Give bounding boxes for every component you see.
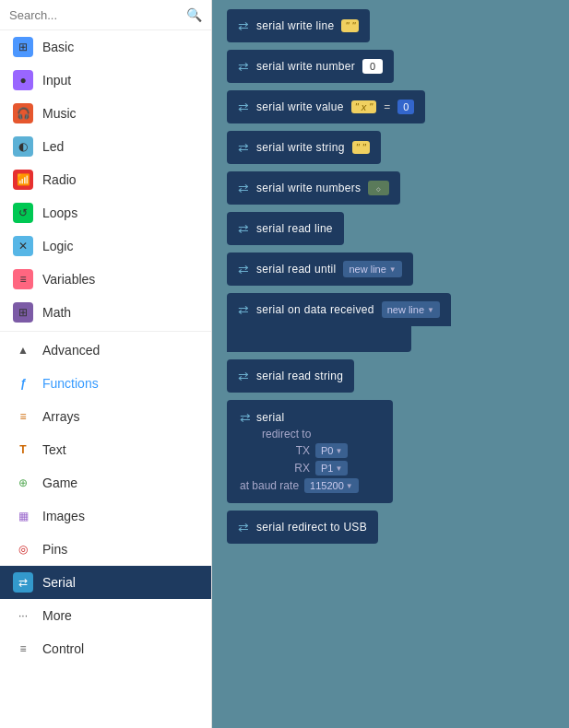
block-serial-write-value[interactable]: ⇄ serial write value " x " = 0	[227, 90, 425, 123]
main-content: ⇄ serial write line " " ⇄ serial write n…	[212, 0, 569, 728]
block-serial-write-number[interactable]: ⇄ serial write number 0	[227, 50, 394, 83]
block-on-data-body	[227, 326, 411, 352]
block-serial-write-numbers[interactable]: ⇄ serial write numbers ⬦	[227, 171, 400, 205]
sidebar-item-loops[interactable]: ↺ Loops	[0, 196, 211, 229]
search-bar: 🔍	[0, 0, 211, 30]
sidebar-label-music: Music	[42, 106, 77, 121]
serial-read-until-text: serial read until	[256, 263, 336, 276]
sidebar-label-radio: Radio	[42, 172, 77, 187]
sidebar-label-input: Input	[42, 73, 71, 88]
block-serial-write-line[interactable]: ⇄ serial write line " "	[227, 9, 370, 42]
loops-icon: ↺	[13, 203, 33, 223]
write-string-slot: " "	[352, 141, 370, 154]
more-icon: ···	[13, 605, 33, 626]
sidebar-label-game: Game	[42, 476, 77, 490]
images-icon: ▦	[13, 506, 33, 526]
search-icon: 🔍	[186, 7, 202, 22]
serial-write-string-text: serial write string	[256, 141, 345, 154]
sidebar-label-more: More	[42, 608, 72, 623]
serial-read-line-text: serial read line	[256, 222, 333, 235]
sidebar-label-images: Images	[42, 509, 85, 523]
serial-redirect-icon: ⇄	[240, 410, 251, 425]
serial-tx-row: TX P0	[240, 443, 380, 458]
serial-read-until-dropdown[interactable]: new line	[343, 261, 401, 277]
baud-label: at baud rate	[240, 479, 299, 492]
sidebar-item-advanced[interactable]: ▲ Advanced	[0, 334, 211, 367]
sidebar-item-music[interactable]: 🎧 Music	[0, 97, 211, 130]
serial-on-data-icon: ⇄	[238, 302, 249, 317]
block-serial-on-data[interactable]: ⇄ serial on data received new line	[227, 293, 451, 326]
write-value-equals: =	[384, 100, 390, 113]
sidebar-item-variables[interactable]: ≡ Variables	[0, 263, 211, 296]
radio-icon: 📶	[13, 170, 33, 190]
search-input[interactable]	[9, 8, 186, 22]
block-serial-read-until[interactable]: ⇄ serial read until new line	[227, 252, 413, 286]
block-serial-redirect[interactable]: ⇄ serial redirect to TX P0 RX P1 at baud…	[227, 400, 393, 503]
serial-write-numbers-icon: ⇄	[238, 181, 249, 195]
serial-redirect-to-row: redirect to	[240, 428, 380, 440]
variables-icon: ≡	[13, 269, 33, 289]
sidebar-label-control: Control	[42, 641, 84, 656]
block-serial-write-string[interactable]: ⇄ serial write string " "	[227, 131, 381, 164]
baud-dropdown[interactable]: 115200	[304, 478, 359, 493]
serial-write-string-icon: ⇄	[238, 140, 249, 155]
rx-dropdown[interactable]: P1	[315, 461, 348, 476]
advanced-icon: ▲	[13, 340, 33, 360]
sidebar-item-game[interactable]: ⊕ Game	[0, 466, 211, 499]
redirect-to-label: redirect to	[262, 428, 311, 440]
serial-write-line-text: serial write line	[256, 19, 334, 32]
pins-icon: ◎	[13, 539, 33, 559]
arrays-icon: ≡	[13, 406, 33, 427]
sidebar-label-text: Text	[42, 442, 66, 457]
sidebar-item-control[interactable]: ≡ Control	[0, 632, 211, 665]
sidebar-label-math: Math	[42, 305, 71, 320]
sidebar-label-arrays: Arrays	[42, 409, 79, 424]
sidebar-item-input[interactable]: ● Input	[0, 64, 211, 97]
sidebar-item-text[interactable]: T Text	[0, 433, 211, 466]
serial-write-line-icon: ⇄	[238, 18, 249, 33]
sidebar-label-logic: Logic	[42, 239, 73, 253]
divider-advanced	[0, 331, 211, 332]
serial-read-string-icon: ⇄	[238, 369, 249, 383]
sidebar-item-pins[interactable]: ◎ Pins	[0, 533, 211, 566]
serial-write-number-text: serial write number	[256, 60, 355, 73]
sidebar-item-math[interactable]: ⊞ Math	[0, 296, 211, 329]
control-icon: ≡	[13, 639, 33, 659]
block-serial-read-string[interactable]: ⇄ serial read string	[227, 359, 354, 393]
sidebar-item-functions[interactable]: ƒ Functions	[0, 367, 211, 400]
rx-label: RX	[291, 462, 310, 475]
serial-write-value-text: serial write value	[256, 100, 344, 113]
write-value-x-slot: " x "	[351, 100, 376, 113]
sidebar-label-serial: Serial	[42, 575, 76, 590]
sidebar-item-more[interactable]: ··· More	[0, 599, 211, 632]
serial-baud-row: at baud rate 115200	[240, 478, 380, 493]
write-value-num-slot: 0	[397, 100, 414, 114]
sidebar-item-led[interactable]: ◐ Led	[0, 130, 211, 163]
serial-icon: ⇄	[13, 572, 33, 593]
block-serial-redirect-usb[interactable]: ⇄ serial redirect to USB	[227, 511, 378, 544]
sidebar-label-functions: Functions	[42, 376, 99, 391]
block-serial-read-line[interactable]: ⇄ serial read line	[227, 212, 344, 245]
sidebar-item-radio[interactable]: 📶 Radio	[0, 163, 211, 196]
tx-label: TX	[291, 444, 310, 457]
music-icon: 🎧	[13, 103, 33, 123]
sidebar-label-variables: Variables	[42, 272, 95, 287]
sidebar-item-images[interactable]: ▦ Images	[0, 499, 211, 533]
serial-read-string-text: serial read string	[256, 370, 343, 382]
serial-on-data-text: serial on data received	[256, 303, 374, 316]
sidebar-item-serial[interactable]: ⇄ Serial	[0, 566, 211, 599]
tx-dropdown[interactable]: P0	[315, 443, 348, 458]
sidebar-label-pins: Pins	[42, 542, 67, 557]
serial-on-data-dropdown[interactable]: new line	[382, 301, 440, 318]
serial-redirect-text: serial	[256, 411, 284, 424]
sidebar-item-basic[interactable]: ⊞ Basic	[0, 30, 211, 64]
sidebar-item-arrays[interactable]: ≡ Arrays	[0, 400, 211, 433]
game-icon: ⊕	[13, 473, 33, 493]
sidebar: 🔍 ⊞ Basic ● Input 🎧 Music ◐ Led 📶 Radio …	[0, 0, 212, 728]
serial-read-line-icon: ⇄	[238, 221, 249, 236]
basic-icon: ⊞	[13, 37, 33, 57]
serial-write-number-icon: ⇄	[238, 59, 249, 74]
sidebar-item-logic[interactable]: ✕ Logic	[0, 229, 211, 263]
sidebar-label-loops: Loops	[42, 205, 77, 220]
write-number-slot: 0	[362, 59, 383, 74]
